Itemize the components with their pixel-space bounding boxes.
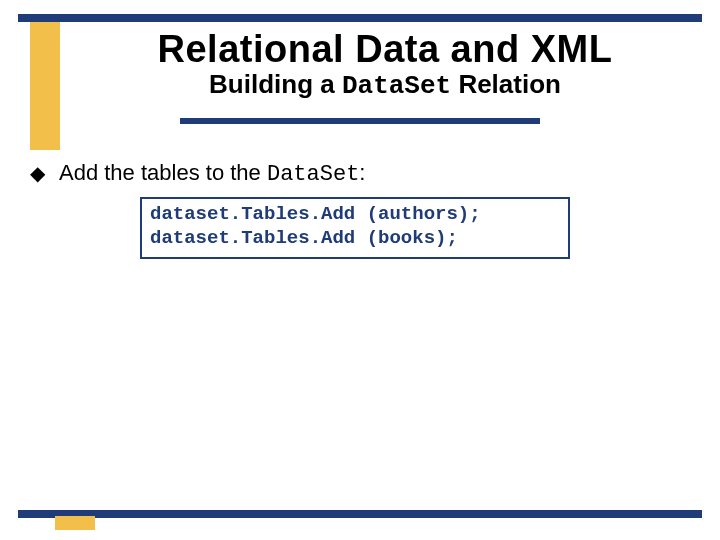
slide-title: Relational Data and XML	[80, 26, 690, 71]
bullet-text: Add the tables to the DataSet:	[59, 160, 365, 187]
slide-subtitle: Building a DataSet Relation	[80, 69, 690, 101]
code-line-2: dataset.Tables.Add (books);	[150, 227, 458, 249]
subtitle-code: DataSet	[342, 71, 451, 101]
bullet-text-prefix: Add the tables to the	[59, 160, 267, 185]
code-line-1: dataset.Tables.Add (authors);	[150, 203, 481, 225]
top-rule	[18, 14, 702, 22]
code-box: dataset.Tables.Add (authors); dataset.Ta…	[140, 197, 570, 259]
gold-accent-bottom	[55, 516, 95, 530]
subtitle-suffix: Relation	[451, 69, 561, 99]
subtitle-prefix: Building a	[209, 69, 342, 99]
bullet-text-suffix: :	[359, 160, 365, 185]
gold-accent-left	[30, 22, 60, 150]
title-underline	[180, 118, 540, 124]
bullet-diamond-icon: ◆	[30, 160, 45, 186]
slide: Relational Data and XML Building a DataS…	[0, 0, 720, 540]
bullet-text-code: DataSet	[267, 162, 359, 187]
slide-body: ◆ Add the tables to the DataSet: dataset…	[30, 160, 690, 259]
bullet-item: ◆ Add the tables to the DataSet:	[30, 160, 690, 187]
title-block: Relational Data and XML Building a DataS…	[80, 26, 690, 101]
bottom-rule	[18, 510, 702, 518]
